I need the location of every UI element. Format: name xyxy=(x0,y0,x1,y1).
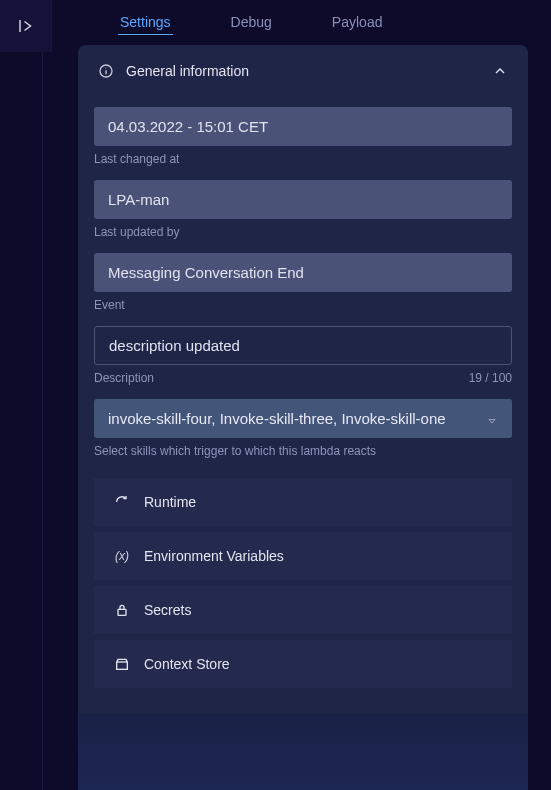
expand-icon xyxy=(17,17,35,35)
description-label: Description xyxy=(94,371,154,385)
variable-icon: (x) xyxy=(114,548,130,564)
accordion-env-vars[interactable]: (x) Environment Variables xyxy=(94,532,512,580)
accordion-runtime-label: Runtime xyxy=(144,494,478,510)
accordion-group: Runtime (x) Environment Variables xyxy=(94,478,512,688)
chevron-up-icon xyxy=(492,63,508,79)
description-charcount: 19 / 100 xyxy=(469,371,512,385)
tab-settings[interactable]: Settings xyxy=(118,14,173,35)
accordion-context-label: Context Store xyxy=(144,656,478,672)
field-skills: invoke-skill-four, Invoke-skill-three, I… xyxy=(94,399,512,458)
last-updated-by-value: LPA-man xyxy=(94,180,512,219)
field-last-changed: 04.03.2022 - 15:01 CET Last changed at xyxy=(94,107,512,166)
last-updated-by-label: Last updated by xyxy=(94,225,512,239)
field-event: Messaging Conversation End Event xyxy=(94,253,512,312)
accordion-context-store[interactable]: Context Store xyxy=(94,640,512,688)
event-value: Messaging Conversation End xyxy=(94,253,512,292)
lock-icon xyxy=(114,602,130,618)
tab-payload[interactable]: Payload xyxy=(330,14,385,35)
node-connector-line xyxy=(42,0,43,790)
node-collapse-handle[interactable] xyxy=(0,0,52,52)
settings-card: General information 04.03.2022 - 15:01 C… xyxy=(78,45,528,790)
info-icon xyxy=(98,63,114,79)
side-panel: Settings Debug Payload General informati… xyxy=(78,0,551,790)
skills-select[interactable]: invoke-skill-four, Invoke-skill-three, I… xyxy=(94,399,512,438)
field-description: Description 19 / 100 xyxy=(94,326,512,385)
section-general-info-header[interactable]: General information xyxy=(78,45,528,97)
card-footer-space xyxy=(78,714,528,790)
accordion-runtime[interactable]: Runtime xyxy=(94,478,512,526)
svg-rect-6 xyxy=(117,662,128,669)
refresh-icon xyxy=(114,494,130,510)
caret-down-icon xyxy=(486,413,498,425)
store-icon xyxy=(114,656,130,672)
description-input[interactable] xyxy=(94,326,512,365)
event-label: Event xyxy=(94,298,512,312)
section-general-info-body: 04.03.2022 - 15:01 CET Last changed at L… xyxy=(78,97,528,714)
panel-tabs: Settings Debug Payload xyxy=(78,0,551,45)
svg-point-3 xyxy=(105,67,106,68)
section-title: General information xyxy=(126,63,480,79)
skills-helper: Select skills which trigger to which thi… xyxy=(94,444,512,458)
tab-debug[interactable]: Debug xyxy=(229,14,274,35)
last-changed-label: Last changed at xyxy=(94,152,512,166)
skills-select-value: invoke-skill-four, Invoke-skill-three, I… xyxy=(108,410,446,427)
accordion-env-label: Environment Variables xyxy=(144,548,478,564)
svg-rect-5 xyxy=(118,609,126,615)
last-changed-value: 04.03.2022 - 15:01 CET xyxy=(94,107,512,146)
svg-marker-4 xyxy=(489,419,495,423)
field-last-updated-by: LPA-man Last updated by xyxy=(94,180,512,239)
accordion-secrets-label: Secrets xyxy=(144,602,478,618)
accordion-secrets[interactable]: Secrets xyxy=(94,586,512,634)
